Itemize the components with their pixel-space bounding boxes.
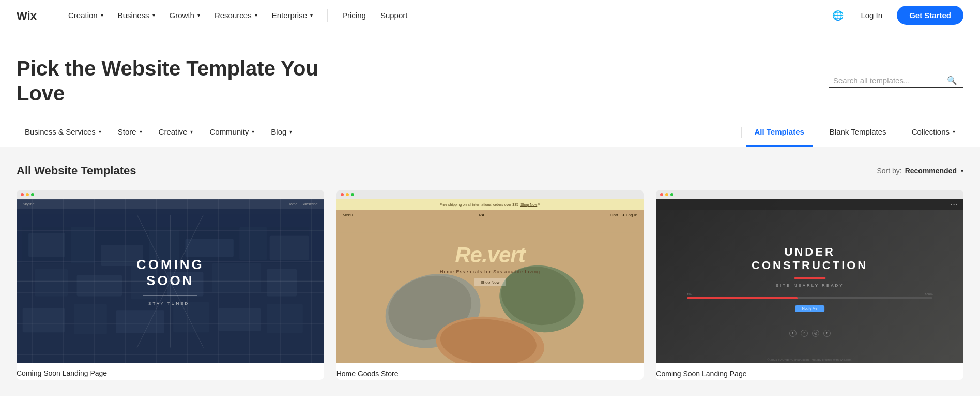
chevron-down-icon: ▾	[152, 12, 155, 18]
brand-tagline-text: Home Essentials for Sustainable Living	[336, 269, 644, 274]
chevron-down-icon: ▾	[101, 12, 103, 18]
nav-item-business-label: Business	[118, 11, 149, 20]
chevron-down-icon: ▾	[197, 12, 200, 18]
uc-progress-fill	[687, 297, 798, 299]
template-card[interactable]: Skyline HomeSubscribe COMINGSOON STAY TU…	[17, 190, 324, 380]
cat-label-all-templates: All Templates	[754, 127, 804, 136]
nav-item-business[interactable]: Business ▾	[112, 7, 161, 24]
nav-links: Creation ▾ Business ▾ Growth ▾ Resources…	[62, 7, 830, 24]
template-name: Coming Soon Landing Page	[656, 363, 963, 380]
chevron-down-icon: ▾	[255, 12, 257, 18]
nav-item-creation[interactable]: Creation ▾	[62, 7, 110, 24]
browser-dot-yellow	[665, 193, 668, 196]
shop-now-btn: Shop Now	[474, 278, 506, 286]
uc-notify-button: Notify Me	[795, 305, 825, 312]
nav-item-enterprise-label: Enterprise	[272, 11, 307, 20]
nav-item-growth[interactable]: Growth ▾	[163, 7, 206, 24]
brand-name-text: Re.vert	[336, 244, 644, 265]
twitter-icon: t	[823, 330, 831, 337]
search-icon[interactable]: 🔍	[947, 76, 957, 85]
browser-dot-red	[341, 193, 344, 196]
uc-main-text: UNDERCONSTRUCTION	[687, 245, 933, 273]
get-started-button[interactable]: Get Started	[897, 6, 963, 25]
instagram-icon: ◎	[812, 330, 819, 337]
cat-label-blog: Blog	[271, 127, 286, 136]
chevron-down-icon: ▾	[140, 129, 142, 135]
chevron-down-icon: ▾	[190, 129, 193, 135]
cat-item-blank-templates[interactable]: Blank Templates	[821, 118, 895, 147]
logo[interactable]: Wix	[17, 9, 45, 22]
sort-chevron-icon: ▾	[961, 168, 963, 174]
cat-label-blank-templates: Blank Templates	[830, 127, 886, 136]
template-nav: Menu RA Cart● Log In	[336, 210, 644, 220]
cat-item-business-services[interactable]: Business & Services ▾	[17, 118, 110, 147]
coming-soon-main-text: COMINGSOON	[136, 257, 204, 289]
nav-support-link[interactable]: Support	[374, 7, 414, 24]
coming-soon-overlay: COMINGSOON STAY TUNED!	[136, 257, 204, 305]
browser-chrome	[336, 190, 644, 199]
nav-divider	[327, 9, 328, 22]
cat-item-blog[interactable]: Blog ▾	[263, 118, 300, 147]
category-nav: Business & Services ▾ Store ▾ Creative ▾…	[0, 118, 980, 147]
chevron-down-icon: ▾	[953, 129, 955, 135]
browser-chrome	[17, 190, 324, 199]
chevron-down-icon: ▾	[289, 129, 292, 135]
template-thumbnail: Free shipping on all international order…	[336, 190, 644, 363]
login-button[interactable]: Log In	[854, 7, 889, 24]
nav-item-resources[interactable]: Resources ▾	[208, 7, 264, 24]
browser-dot-green	[351, 193, 354, 196]
under-construction-overlay: UNDERCONSTRUCTION SITE NEARLY READY 1%10…	[687, 245, 933, 313]
search-input[interactable]	[833, 76, 947, 85]
category-nav-right: All Templates Blank Templates Collection…	[737, 118, 963, 147]
templates-section-title: All Website Templates	[17, 164, 136, 178]
facebook-icon: f	[789, 330, 797, 337]
wix-logo-svg: Wix	[17, 9, 45, 22]
brand-name-overlay: Re.vert Home Essentials for Sustainable …	[336, 244, 644, 286]
cat-item-all-templates[interactable]: All Templates	[746, 118, 812, 147]
templates-header: All Website Templates Sort by: Recommend…	[17, 164, 963, 178]
chevron-down-icon: ▾	[310, 12, 313, 18]
uc-social-icons: f in ◎ t	[789, 330, 831, 337]
nav-item-enterprise[interactable]: Enterprise ▾	[266, 7, 319, 24]
svg-text:Wix: Wix	[17, 9, 37, 22]
cat-divider-2	[817, 127, 817, 138]
template-name: Home Goods Store	[336, 363, 644, 380]
uc-footer-text: © 2023 by Under Construction. Proudly cr…	[656, 358, 963, 361]
nav-item-resources-label: Resources	[215, 11, 252, 20]
template-grid: Skyline HomeSubscribe COMINGSOON STAY TU…	[17, 190, 963, 380]
coming-soon-line	[143, 295, 197, 295]
uc-sub-text: SITE NEARLY READY	[687, 283, 933, 288]
chevron-down-icon: ▾	[99, 129, 101, 135]
template-name: Coming Soon Landing Page	[17, 363, 324, 379]
nav-right: 🌐 Log In Get Started	[830, 6, 963, 25]
browser-dot-green	[31, 193, 34, 196]
search-bar[interactable]: 🔍	[829, 73, 963, 88]
template-card[interactable]: Free shipping on all international order…	[336, 190, 644, 380]
template-promo-bar: Free shipping on all international order…	[336, 199, 644, 210]
cat-item-creative[interactable]: Creative ▾	[150, 118, 202, 147]
sort-by-label: Sort by:	[877, 167, 901, 175]
navbar: Wix Creation ▾ Business ▾ Growth ▾ Resou…	[0, 0, 980, 31]
language-selector-button[interactable]: 🌐	[830, 7, 846, 24]
globe-icon: 🌐	[832, 10, 844, 21]
cat-item-store[interactable]: Store ▾	[110, 118, 150, 147]
main-content: All Website Templates Sort by: Recommend…	[0, 147, 980, 396]
uc-progress-labels: 1%100%	[687, 293, 933, 296]
template-card[interactable]: • • • UNDERCONSTRUCTION SITE NEARLY READ…	[656, 190, 963, 380]
template-uc-nav: • • •	[656, 199, 963, 210]
linkedin-icon: in	[801, 330, 808, 337]
cat-item-community[interactable]: Community ▾	[201, 118, 263, 147]
cat-label-collections: Collections	[912, 127, 950, 136]
nav-pricing-link[interactable]: Pricing	[336, 7, 372, 24]
cat-label-store: Store	[118, 127, 136, 136]
browser-dot-yellow	[346, 193, 349, 196]
cat-item-collections[interactable]: Collections ▾	[904, 118, 963, 147]
browser-chrome	[656, 190, 963, 199]
sort-by-value[interactable]: Recommended	[905, 167, 957, 175]
coming-soon-sub-text: STAY TUNED!	[136, 301, 204, 305]
chevron-down-icon: ▾	[252, 129, 254, 135]
cat-label-community: Community	[209, 127, 249, 136]
nav-item-creation-label: Creation	[68, 11, 98, 20]
nav-item-growth-label: Growth	[170, 11, 194, 20]
cat-label-creative: Creative	[159, 127, 188, 136]
